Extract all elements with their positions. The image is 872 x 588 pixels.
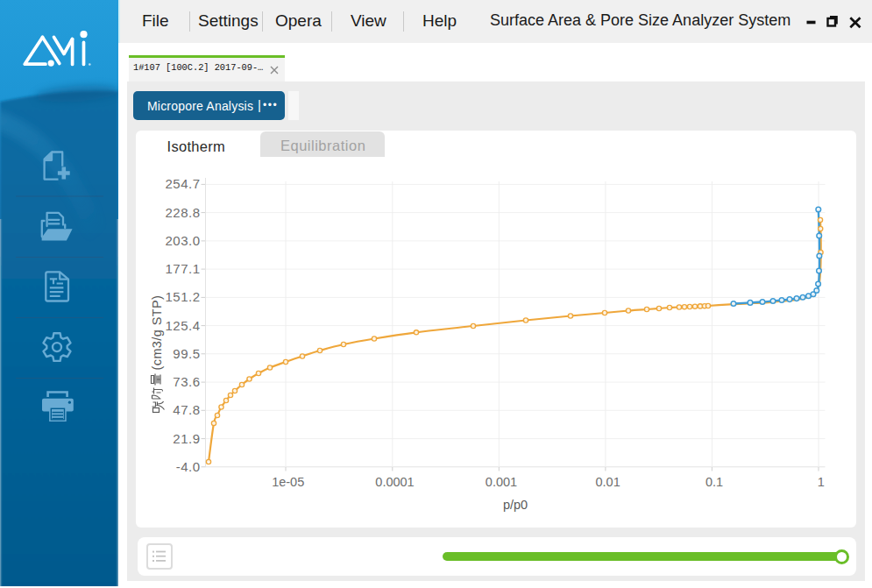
svg-text:254.7: 254.7	[165, 176, 200, 191]
svg-text:99.5: 99.5	[173, 346, 200, 361]
svg-text:228.8: 228.8	[165, 205, 200, 220]
svg-text:p/p0: p/p0	[503, 498, 528, 512]
svg-text:21.9: 21.9	[173, 431, 200, 446]
svg-text:0.1: 0.1	[705, 475, 723, 489]
svg-text:1: 1	[818, 475, 825, 489]
svg-text:(cm3/g STP): (cm3/g STP)	[150, 295, 164, 371]
svg-text:47.8: 47.8	[173, 402, 200, 417]
svg-text:0.001: 0.001	[486, 475, 517, 489]
svg-text:-4.0: -4.0	[176, 459, 201, 474]
svg-text:125.4: 125.4	[165, 318, 200, 333]
svg-text:1e-05: 1e-05	[272, 475, 304, 489]
svg-text:0.01: 0.01	[595, 475, 620, 489]
svg-text:203.0: 203.0	[165, 233, 200, 248]
svg-text:151.2: 151.2	[165, 289, 200, 304]
svg-text:73.6: 73.6	[173, 374, 200, 389]
svg-text:177.1: 177.1	[165, 261, 200, 276]
svg-text:0.0001: 0.0001	[375, 475, 414, 489]
